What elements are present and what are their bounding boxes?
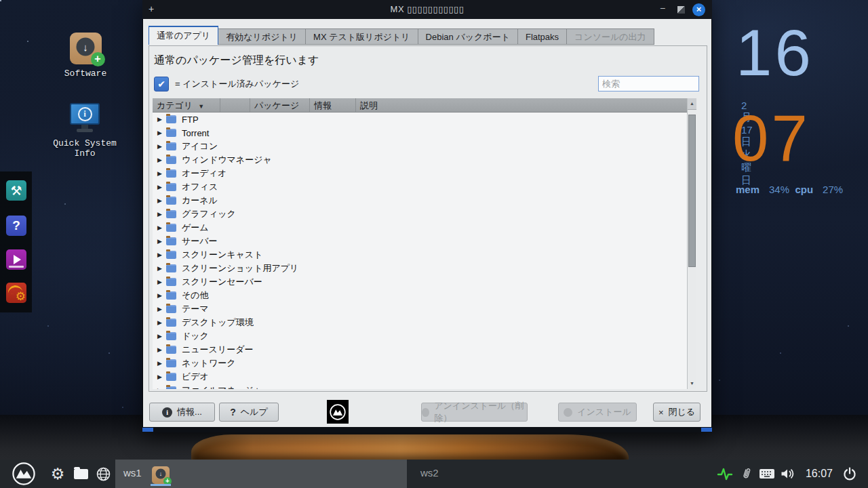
minimize-button[interactable]: − xyxy=(656,3,669,14)
tab-2[interactable]: MX テスト版リポジトリ xyxy=(306,28,418,45)
category-row[interactable]: ▶ オーディオ xyxy=(153,167,687,180)
category-row[interactable]: ▶ ファイルマネージャ xyxy=(153,384,687,389)
category-row[interactable]: ▶ サーバー xyxy=(153,235,687,248)
expander-icon[interactable]: ▶ xyxy=(157,170,166,177)
expander-icon[interactable]: ▶ xyxy=(157,373,166,380)
expander-icon[interactable]: ▶ xyxy=(157,157,166,163)
expander-icon[interactable]: ▶ xyxy=(157,224,166,231)
media-player-icon[interactable] xyxy=(6,249,26,270)
expander-icon[interactable]: ▶ xyxy=(157,306,166,312)
expander-icon[interactable]: ▶ xyxy=(157,129,166,136)
expander-icon[interactable]: ▶ xyxy=(157,238,166,245)
expander-icon[interactable]: ▶ xyxy=(157,211,166,218)
task-button-package-installer[interactable]: ↓ + xyxy=(149,464,172,487)
expander-icon[interactable]: ▶ xyxy=(157,387,166,389)
tab-3[interactable]: Debian バックポート xyxy=(418,28,518,45)
expander-icon[interactable]: ▶ xyxy=(157,116,166,123)
category-row[interactable]: ▶ グラフィック xyxy=(153,207,687,221)
category-row[interactable]: ▶ テーマ xyxy=(153,302,687,316)
category-row[interactable]: ▶ ドック xyxy=(153,329,687,343)
file-manager-launcher[interactable] xyxy=(69,460,92,488)
expander-icon[interactable]: ▶ xyxy=(157,292,166,299)
maximize-button[interactable] xyxy=(677,6,685,14)
expander-icon[interactable]: ▶ xyxy=(157,333,166,340)
desktop-shortcut-quick-system-info[interactable]: i Quick System Info xyxy=(41,102,129,159)
category-row[interactable]: ▶ カーネル xyxy=(153,194,687,207)
power-button[interactable] xyxy=(838,460,861,488)
help-icon[interactable]: ? xyxy=(6,216,26,236)
close-button[interactable]: × 閉じる xyxy=(653,403,701,422)
expander-icon[interactable]: ▶ xyxy=(157,279,166,285)
category-label: その他 xyxy=(182,289,209,302)
tab-1[interactable]: 有効なリポジトリ xyxy=(218,28,306,45)
expander-icon[interactable]: ▶ xyxy=(157,184,166,190)
wallpaper-wood-feather xyxy=(191,434,629,460)
category-row[interactable]: ▶ スクリーンキャスト xyxy=(153,248,687,262)
sort-desc-icon: ▼ xyxy=(198,103,204,110)
expander-icon[interactable]: ▶ xyxy=(157,346,166,353)
column-header-info[interactable]: 情報 xyxy=(310,98,356,112)
expander-icon[interactable]: ▶ xyxy=(157,265,166,272)
category-row[interactable]: ▶ スクリーンセーバー xyxy=(153,275,687,289)
clock-hour: 16 xyxy=(736,20,814,85)
search-input[interactable] xyxy=(598,76,699,92)
column-header-package[interactable]: パッケージ xyxy=(250,98,310,112)
workspace-1-label[interactable]: ws1 xyxy=(123,467,142,479)
volume-tray-icon[interactable] xyxy=(777,460,797,488)
category-row[interactable]: ▶ スクリーンショット用アプリ xyxy=(153,262,687,275)
category-row[interactable]: ▶ ゲーム xyxy=(153,221,687,235)
category-row[interactable]: ▶ ニュースリーダー xyxy=(153,343,687,357)
software-icon: ↓ + xyxy=(70,33,102,64)
whisker-menu-button[interactable] xyxy=(7,460,41,488)
expander-icon[interactable]: ▶ xyxy=(157,251,166,258)
install-button: インストール xyxy=(558,403,637,422)
folder-icon xyxy=(166,210,176,218)
window-bottom-edge[interactable] xyxy=(142,427,712,432)
category-row[interactable]: ▶ ネットワーク xyxy=(153,357,687,370)
folder-icon xyxy=(166,264,176,272)
expander-icon[interactable]: ▶ xyxy=(157,197,166,204)
category-row[interactable]: ▶ その他 xyxy=(153,289,687,302)
expander-icon[interactable]: ▶ xyxy=(157,143,166,150)
browser-launcher[interactable] xyxy=(92,460,114,488)
category-row[interactable]: ▶ オフィス xyxy=(153,180,687,194)
scrollbar-thumb[interactable] xyxy=(688,115,696,267)
scroll-up-button[interactable]: ▲ xyxy=(688,98,696,110)
settings-flame-icon[interactable]: ⚙ xyxy=(6,283,26,303)
resize-grip-left[interactable] xyxy=(142,428,153,432)
help-button[interactable]: ? ヘルプ xyxy=(219,403,279,422)
titlebar[interactable]: + MX ▯▯▯▯▯▯▯▯▯▯▯ − × xyxy=(142,0,712,19)
table-header[interactable]: カテゴリ▼ パッケージ 情報 説明 xyxy=(153,98,696,113)
tab-4[interactable]: Flatpaks xyxy=(518,28,567,45)
about-button[interactable]: i 情報... xyxy=(149,403,215,422)
keyboard-tray-icon[interactable] xyxy=(757,460,777,488)
clipboard-tray-icon[interactable] xyxy=(738,460,755,488)
expander-icon[interactable]: ▶ xyxy=(157,319,166,326)
vertical-scrollbar[interactable]: ▲ ▼ xyxy=(687,98,696,389)
plus-badge-icon: + xyxy=(91,52,105,66)
category-row[interactable]: ▶ ビデオ xyxy=(153,370,687,384)
desktop-shortcut-software[interactable]: ↓ + Software xyxy=(41,33,130,79)
category-row[interactable]: ▶ Torrent xyxy=(153,126,687,140)
category-row[interactable]: ▶ FTP xyxy=(153,113,687,126)
mx-tools-icon[interactable]: ⚒ xyxy=(6,180,26,201)
category-row[interactable]: ▶ ウィンドウマネージャ xyxy=(153,153,687,167)
column-header-category[interactable]: カテゴリ▼ xyxy=(153,98,220,112)
close-window-button[interactable]: × xyxy=(692,3,705,16)
category-row[interactable]: ▶ デスクトップ環境 xyxy=(153,316,687,329)
workspace-2-label[interactable]: ws2 xyxy=(420,467,439,479)
resize-grip-right[interactable] xyxy=(701,428,712,432)
tab-0[interactable]: 通常のアプリ xyxy=(149,26,218,45)
tab-5: コンソールの出力 xyxy=(567,28,654,45)
column-header-description[interactable]: 説明 xyxy=(356,98,696,112)
expander-icon[interactable]: ▶ xyxy=(157,360,166,367)
taskbar-clock[interactable]: 16:07 xyxy=(802,460,837,488)
desktop-dock: ⚒ ? ⚙ xyxy=(0,171,32,312)
system-monitor-tray-icon[interactable] xyxy=(715,460,735,488)
category-row[interactable]: ▶ アイコン xyxy=(153,140,687,153)
scroll-down-button[interactable]: ▼ xyxy=(688,379,696,389)
gear-icon: ⚙ xyxy=(51,465,65,483)
workspace-1-area[interactable]: ws1 ↓ + xyxy=(115,460,407,488)
settings-launcher[interactable]: ⚙ xyxy=(46,460,69,488)
info-circle-icon: i xyxy=(162,407,172,418)
